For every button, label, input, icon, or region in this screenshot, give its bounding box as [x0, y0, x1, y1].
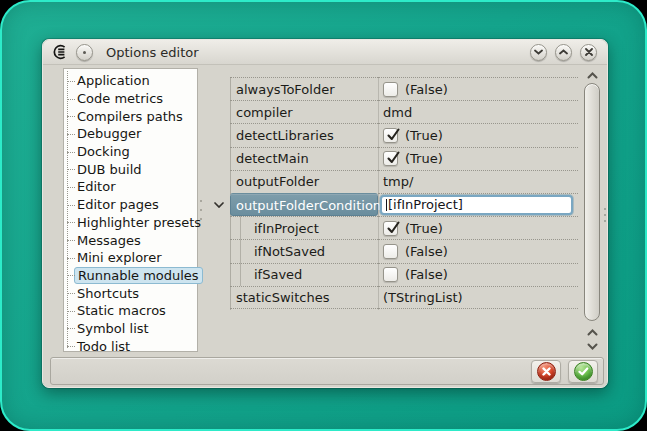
sidebar-item[interactable]: Compilers paths: [64, 107, 197, 125]
property-value-cell: (True): [378, 147, 578, 170]
close-button[interactable]: [580, 44, 597, 61]
property-name-cell: detectLibraries: [230, 123, 378, 146]
expander-cell[interactable]: [208, 123, 230, 146]
property-name-cell: outputFolderConditions: [230, 193, 378, 216]
sidebar-item[interactable]: Symbol list: [64, 320, 197, 338]
titlebar[interactable]: Options editor: [43, 40, 607, 65]
expander-cell[interactable]: [208, 216, 230, 239]
sidebar-item[interactable]: Todo list: [64, 337, 197, 355]
checkbox[interactable]: [383, 221, 398, 236]
property-row[interactable]: detectMain (True): [208, 147, 578, 170]
sidebar-item[interactable]: Editor: [64, 178, 197, 196]
sidebar-item-label: Static macros: [77, 303, 166, 318]
maximize-button[interactable]: [555, 44, 572, 61]
property-row[interactable]: ifInProject (True): [208, 216, 578, 239]
cancel-button[interactable]: [531, 360, 561, 383]
expander-cell[interactable]: [208, 193, 230, 216]
expander-cell[interactable]: [208, 147, 230, 170]
checkbox[interactable]: [383, 128, 398, 143]
sidebar-item-label: Todo list: [77, 339, 130, 354]
expander-cell[interactable]: [208, 263, 230, 286]
expander-cell[interactable]: [208, 100, 230, 123]
property-row[interactable]: alwaysToFolder (False): [208, 77, 578, 100]
window-resize-grip[interactable]: [603, 208, 606, 222]
property-value: (False): [405, 267, 448, 282]
property-name-cell: outputFolder: [230, 170, 378, 193]
expander-cell[interactable]: [208, 239, 230, 262]
accept-button[interactable]: [568, 360, 598, 383]
vertical-scrollbar[interactable]: [583, 68, 602, 355]
checkbox[interactable]: [383, 151, 398, 166]
sidebar-item-label: Code metrics: [77, 91, 163, 106]
property-value: (True): [405, 128, 443, 143]
checkbox[interactable]: [383, 267, 398, 282]
splitter-grip[interactable]: [199, 200, 203, 220]
scroll-down-button[interactable]: [586, 341, 599, 351]
scroll-up-button-2[interactable]: [586, 327, 599, 337]
property-row[interactable]: detectLibraries (True): [208, 123, 578, 146]
expander-cell[interactable]: [208, 77, 230, 100]
chevron-up-icon: [587, 329, 598, 336]
check-icon: [385, 149, 401, 165]
sidebar-item[interactable]: Static macros: [64, 302, 197, 320]
property-row[interactable]: compiler dmd: [208, 100, 578, 123]
property-value-cell: (True): [378, 216, 578, 239]
scroll-up-button[interactable]: [586, 70, 599, 80]
property-row[interactable]: ifNotSaved (False): [208, 239, 578, 262]
property-value: (False): [405, 82, 448, 97]
sidebar-item-label: DUB build: [77, 162, 142, 177]
expander-cell[interactable]: [208, 286, 230, 309]
check-icon: [574, 362, 593, 381]
sidebar-item-label: Editor: [77, 179, 115, 194]
minimize-button[interactable]: [530, 44, 547, 61]
window-menu-button[interactable]: [76, 44, 93, 61]
property-value-cell: dmd: [378, 100, 578, 123]
property-name: outputFolderConditions: [236, 198, 388, 213]
sidebar-item[interactable]: Application: [64, 72, 197, 90]
property-row[interactable]: staticSwitches (TStringList): [208, 286, 578, 309]
sidebar-item-label: Application: [77, 73, 150, 88]
sidebar-item[interactable]: Docking: [64, 143, 197, 161]
property-row[interactable]: outputFolder tmp/: [208, 170, 578, 193]
property-name: outputFolder: [236, 174, 319, 189]
sidebar-item-label: Editor pages: [77, 197, 159, 212]
checkbox[interactable]: [383, 82, 398, 97]
scrollbar-thumb[interactable]: [584, 83, 600, 321]
property-name-cell: staticSwitches: [230, 286, 378, 309]
sidebar-item[interactable]: Mini explorer: [64, 249, 197, 267]
property-row[interactable]: outputFolderConditions: [208, 193, 578, 216]
chevron-up-icon: [587, 72, 598, 79]
sidebar-item[interactable]: Editor pages: [64, 196, 197, 214]
sidebar-item[interactable]: Code metrics: [64, 90, 197, 108]
window-title: Options editor: [106, 45, 530, 60]
property-name: detectLibraries: [236, 128, 334, 143]
checkbox[interactable]: [383, 244, 398, 259]
check-icon: [385, 126, 401, 142]
sidebar-item[interactable]: DUB build: [64, 160, 197, 178]
property-value-cell: (False): [378, 263, 578, 286]
property-name-cell: ifNotSaved: [230, 239, 378, 262]
chevron-down-icon: [587, 343, 598, 350]
sidebar-item[interactable]: Debugger: [64, 125, 197, 143]
property-name: staticSwitches: [236, 290, 329, 305]
sidebar-item-label: Shortcuts: [77, 286, 139, 301]
sidebar-item[interactable]: Runnable modules: [64, 267, 197, 285]
sidebar-item[interactable]: Messages: [64, 231, 197, 249]
property-value: (True): [405, 151, 443, 166]
options-editor-window: Options editor Application Code metrics …: [42, 39, 608, 388]
expander-cell[interactable]: [208, 170, 230, 193]
coedit-logo-icon: [51, 44, 68, 61]
chevron-down-icon: [534, 49, 543, 55]
property-rows: alwaysToFolder (False) compiler dmd dete…: [208, 77, 578, 309]
sidebar-item-label: Mini explorer: [77, 250, 162, 265]
desktop-background: Options editor Application Code metrics …: [0, 0, 647, 431]
sidebar-item[interactable]: Shortcuts: [64, 284, 197, 302]
sidebar-item-label: Symbol list: [77, 321, 149, 336]
property-name-cell: detectMain: [230, 147, 378, 170]
sidebar-item[interactable]: Highlighter presets: [64, 214, 197, 232]
sidebar-item-label: Compilers paths: [77, 109, 183, 124]
property-row[interactable]: ifSaved (False): [208, 263, 578, 286]
titlebar-buttons: [530, 44, 597, 61]
value-input[interactable]: [380, 195, 573, 215]
chevron-down-icon: [214, 202, 224, 208]
